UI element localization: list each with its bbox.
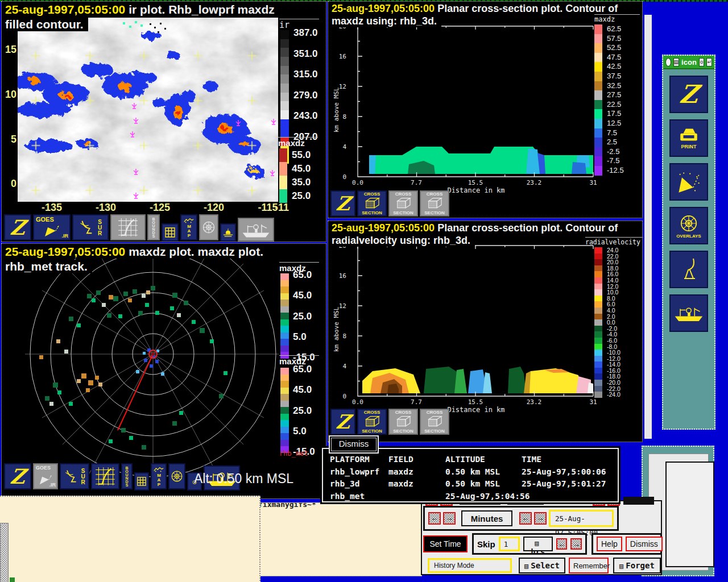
map-button[interactable]: MAP [180, 214, 197, 240]
zeb-logo-button[interactable]: Z [330, 190, 355, 217]
restore-icon[interactable]: ↵ [706, 58, 712, 66]
skip-forward-button[interactable]: → [570, 538, 582, 550]
cube-icon [394, 197, 413, 210]
ship-button[interactable] [669, 294, 708, 332]
radar-scope[interactable] [2, 259, 279, 484]
minutes-forward-button[interactable]: → [534, 512, 547, 525]
table-body: rhb_lowprfmaxdz0.50 km MSL25-Aug-97,5:00… [330, 466, 618, 503]
forget-button[interactable]: ▤Forget [613, 558, 661, 573]
goes-ir-button[interactable]: GOES .IR [33, 463, 58, 489]
cross-section-plot[interactable] [328, 243, 595, 408]
colorbar-label: radialvelocity [585, 237, 643, 246]
colorbar-swatch [594, 314, 602, 320]
colorbar-swatch [594, 380, 602, 386]
window-title: 25-aug-1997,05:05:00 ir plot. Rhb_lowprf… [5, 3, 275, 16]
colorbar-label: maxdz [594, 14, 640, 23]
zeb-logo-button[interactable]: Z [669, 76, 708, 113]
cross-section-button[interactable]: CROSS SECTION [388, 190, 418, 217]
help-button[interactable]: Help [597, 537, 622, 551]
colorbar-swatch [594, 344, 602, 350]
left-arrow-icon: ← [522, 514, 530, 522]
ship-button[interactable] [238, 218, 274, 242]
colorbar-swatch [594, 253, 602, 260]
skip-input[interactable]: 1 [499, 537, 520, 551]
icon-panel-titlebar[interactable]: ▤ icon o ↵ [663, 56, 714, 69]
cross-section-button-active[interactable]: CROSS SECTION [357, 190, 387, 217]
overlays-button[interactable]: OVERLAYS [669, 207, 708, 244]
set-time-button[interactable]: Set Time [423, 535, 468, 552]
maxdz-colorbar2 [280, 368, 289, 453]
minutes-button[interactable]: Minutes [461, 510, 512, 526]
time-input[interactable]: 25-Aug-97,5:05:00 [549, 510, 614, 527]
zeb-logo-button[interactable]: Z [4, 214, 31, 240]
dismiss-button[interactable]: Dismiss [329, 435, 379, 454]
terminal-window[interactable] [0, 496, 260, 582]
step-back-button[interactable]: ← [428, 512, 441, 525]
colorbar-swatch [279, 162, 287, 176]
zeb-logo-button[interactable]: Z [4, 463, 31, 489]
overlays-wheel-button[interactable] [168, 463, 185, 489]
skip-back-button[interactable]: ← [556, 538, 568, 550]
table-row[interactable]: rhb_3dmaxdz0.50 km MSL25-Aug-97,5:01:27 [330, 478, 618, 490]
satellite-dish-icon [676, 169, 701, 194]
colorbar-swatch [594, 43, 602, 53]
radar-dish-icon [64, 468, 78, 484]
maximize-icon[interactable]: o [699, 58, 705, 66]
xterm-secondary[interactable]: fixmanygifs~* [246, 502, 422, 576]
dismiss-button[interactable]: Dismiss [626, 537, 663, 551]
maxdz-colorbar2-values: 65.045.025.05.0-15.0 [293, 364, 315, 456]
cross-section-button[interactable]: CROSS SECTION [388, 409, 418, 435]
table-row[interactable]: rhb_met25-Aug-97,5:04:56 [330, 490, 618, 503]
history-mode-input[interactable]: History Mode [428, 558, 512, 573]
surveillance-button[interactable]: SUR [72, 214, 109, 240]
table-row[interactable]: rhb_lowprfmaxdz0.50 km MSL25-Aug-97,5:00… [330, 466, 618, 479]
colorbar-swatch [279, 148, 287, 162]
printer-icon [678, 127, 700, 144]
cube-icon [425, 197, 444, 210]
distance-axis: 0.07.715.523.231 [328, 398, 624, 406]
bounds-button[interactable]: BOUNDS [147, 214, 160, 240]
right-arrow-icon: → [573, 540, 580, 548]
buoy-button[interactable] [220, 223, 236, 242]
scrollbar[interactable] [0, 523, 9, 582]
colorbar-swatch [594, 128, 602, 138]
cross-section-plot[interactable] [328, 23, 595, 188]
track-platform-label: rhb_met [279, 450, 308, 458]
small-grid-button[interactable] [134, 472, 149, 490]
remember-button[interactable]: Remember [569, 558, 609, 573]
z-logo-icon: Z [9, 466, 26, 487]
surveillance-button[interactable]: SUR [60, 463, 89, 489]
units-button[interactable]: ▤hrs [523, 537, 553, 551]
cross-section-button[interactable]: CROSS SECTION [420, 409, 449, 435]
colorbar-swatch [594, 72, 602, 81]
colorbar-swatch [594, 119, 602, 128]
cross-section-button-active[interactable]: CROSS SECTION [357, 409, 387, 435]
satellite-button[interactable] [669, 163, 708, 201]
iconify-icon[interactable]: ▤ [673, 58, 680, 66]
colorbar-swatch [594, 34, 602, 44]
colorbar-swatch [594, 289, 602, 296]
satellite-image[interactable] [18, 18, 278, 202]
bounds-button[interactable]: BOUNDS [121, 463, 133, 489]
grid-radar-button[interactable] [110, 214, 146, 240]
minutes-back-button[interactable]: ← [519, 512, 532, 525]
grid-radar-icon [93, 466, 117, 487]
step-forward-button[interactable]: → [443, 512, 456, 525]
window-menu-icon[interactable] [665, 58, 671, 66]
print-button[interactable]: PRINT [669, 119, 708, 157]
cross-section-button[interactable]: CROSS SECTION [420, 190, 449, 217]
ir-plot-window: 25-aug-1997,05:05:00 ir plot. Rhb_lowprf… [1, 1, 326, 242]
terminal-text: fixmanygifs~* [258, 502, 421, 509]
overlays-wheel-button[interactable] [199, 214, 218, 240]
grid-radar-button[interactable] [91, 463, 119, 489]
document-icon: ▤ [619, 562, 623, 570]
small-grid-button[interactable] [162, 223, 179, 242]
window-title-line2: maxdz using: rhb_3d. [332, 15, 441, 27]
map-button[interactable]: MAP [151, 463, 167, 489]
colorbar-swatch [594, 247, 602, 253]
radar-antenna-button[interactable] [669, 251, 708, 288]
table-header: FIELD [388, 454, 445, 466]
goes-ir-button[interactable]: GOES .IR [33, 214, 71, 240]
zeb-logo-button[interactable]: Z [330, 409, 355, 435]
select-button[interactable]: ▤Select [519, 558, 565, 573]
